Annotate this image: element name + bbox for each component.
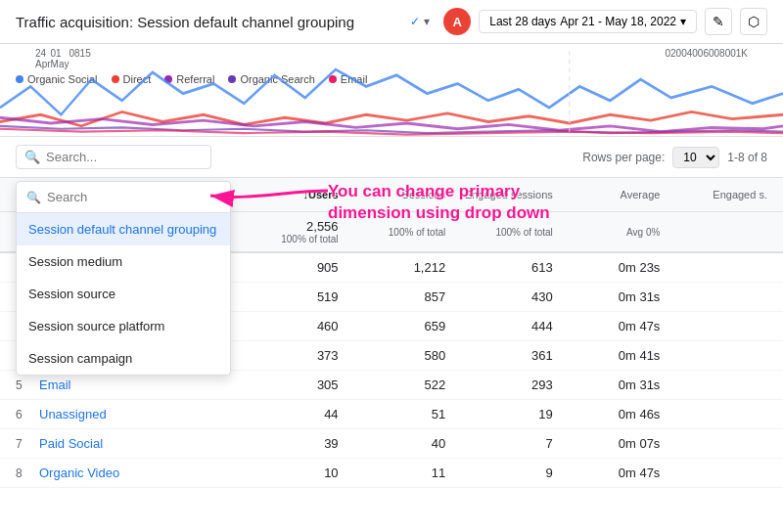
row-sessions: 1,212 bbox=[339, 260, 446, 275]
chevron-down-icon: ▾ bbox=[680, 15, 686, 28]
col-header-average[interactable]: Average bbox=[553, 189, 661, 200]
row-avg: 0m 07s bbox=[553, 436, 661, 451]
row-sessions: 522 bbox=[339, 377, 446, 392]
dropdown-search-icon: 🔍 bbox=[26, 191, 41, 204]
row-dimension[interactable]: Paid Social bbox=[39, 436, 231, 451]
totals-engaged: 100% of total bbox=[445, 227, 553, 238]
row-avg: 0m 31s bbox=[553, 289, 661, 304]
table-row: 6 Unassigned 44 51 19 0m 46s bbox=[0, 400, 783, 429]
row-users: 519 bbox=[231, 289, 339, 304]
row-engaged: 444 bbox=[445, 319, 553, 333]
row-users: 460 bbox=[231, 319, 339, 333]
col-header-engaged-s[interactable]: Engaged s. bbox=[660, 189, 767, 200]
dropdown-search-box[interactable]: 🔍 bbox=[17, 182, 230, 213]
row-users: 905 bbox=[231, 260, 339, 275]
rows-per-page-select[interactable]: 10 25 50 bbox=[672, 147, 719, 168]
row-avg: 0m 47s bbox=[553, 319, 661, 333]
table-row: 8 Organic Video 10 11 9 0m 47s bbox=[0, 459, 783, 488]
row-sessions: 857 bbox=[339, 289, 446, 304]
row-engaged: 430 bbox=[445, 289, 553, 304]
last-days-label: Last 28 days bbox=[489, 15, 556, 28]
dropdown-item[interactable]: Session source bbox=[17, 278, 230, 310]
row-sessions: 11 bbox=[339, 466, 446, 480]
dropdown-item[interactable]: Session source platform bbox=[17, 310, 230, 342]
row-engaged: 613 bbox=[445, 260, 553, 275]
totals-sessions: 100% of total bbox=[339, 227, 446, 238]
row-num: 7 bbox=[16, 437, 39, 451]
row-sessions: 51 bbox=[339, 407, 446, 421]
search-input[interactable] bbox=[46, 150, 193, 164]
row-avg: 0m 31s bbox=[553, 377, 661, 392]
row-engaged: 19 bbox=[445, 407, 553, 421]
table-row: 7 Paid Social 39 40 7 0m 07s bbox=[0, 429, 783, 459]
dropdown-items-container: Session default channel groupingSession … bbox=[17, 213, 230, 375]
row-dimension[interactable]: Email bbox=[39, 377, 231, 392]
page-title: Traffic acquisition: Session default cha… bbox=[16, 14, 402, 30]
row-users: 10 bbox=[231, 466, 339, 480]
dropdown-item[interactable]: Session default channel grouping bbox=[17, 213, 230, 245]
row-dimension[interactable]: Organic Video bbox=[39, 466, 231, 480]
date-range-button[interactable]: Last 28 days Apr 21 - May 18, 2022 ▾ bbox=[479, 10, 697, 33]
search-box[interactable]: 🔍 bbox=[16, 145, 211, 169]
col-header-users[interactable]: ↓Users bbox=[231, 189, 339, 200]
row-avg: 0m 41s bbox=[553, 348, 661, 363]
edit-icon[interactable]: ✎ bbox=[705, 8, 732, 35]
row-avg: 0m 47s bbox=[553, 466, 661, 480]
row-engaged: 9 bbox=[445, 466, 553, 480]
share-icon[interactable]: ⬡ bbox=[740, 8, 767, 35]
check-icon: ✓ bbox=[410, 15, 420, 28]
row-users: 373 bbox=[231, 348, 339, 363]
row-num: 6 bbox=[16, 408, 39, 421]
row-num: 5 bbox=[16, 378, 39, 392]
search-icon: 🔍 bbox=[24, 150, 40, 164]
row-sessions: 580 bbox=[339, 348, 446, 363]
chart-svg bbox=[0, 44, 783, 136]
dropdown-arrow-icon[interactable]: ▾ bbox=[424, 15, 430, 28]
rows-per-page-label: Rows per page: bbox=[582, 151, 665, 164]
row-sessions: 659 bbox=[339, 319, 446, 333]
dropdown-item[interactable]: Session campaign bbox=[17, 342, 230, 375]
totals-users: 2,556 100% of total bbox=[231, 219, 339, 244]
row-users: 39 bbox=[231, 436, 339, 451]
toolbar: 🔍 Rows per page: 10 25 50 1-8 of 8 bbox=[0, 137, 783, 178]
row-avg: 0m 46s bbox=[553, 407, 661, 421]
rows-info: Rows per page: 10 25 50 1-8 of 8 bbox=[582, 147, 767, 168]
row-avg: 0m 23s bbox=[553, 260, 661, 275]
date-range-value: Apr 21 - May 18, 2022 bbox=[560, 15, 676, 28]
dropdown-search-input[interactable] bbox=[47, 190, 204, 204]
row-dimension[interactable]: Unassigned bbox=[39, 407, 231, 421]
row-users: 305 bbox=[231, 377, 339, 392]
row-engaged: 361 bbox=[445, 348, 553, 363]
row-sessions: 40 bbox=[339, 436, 446, 451]
chart-area: 24Apr 01May 08 15 0 200 400 600 800 1K O… bbox=[0, 44, 783, 137]
row-engaged: 293 bbox=[445, 377, 553, 392]
col-header-engaged-sessions[interactable]: Engaged sessions bbox=[445, 189, 553, 200]
avatar: A bbox=[443, 8, 471, 35]
dropdown-item[interactable]: Session medium bbox=[17, 245, 230, 278]
page-header: Traffic acquisition: Session default cha… bbox=[0, 0, 783, 44]
row-engaged: 7 bbox=[445, 436, 553, 451]
totals-avg: Avg 0% bbox=[553, 227, 661, 238]
col-header-sessions[interactable]: Sessions bbox=[339, 189, 446, 200]
rows-range-label: 1-8 of 8 bbox=[727, 151, 767, 164]
row-users: 44 bbox=[231, 407, 339, 421]
status-badge: ✓ ▾ bbox=[410, 15, 430, 28]
row-num: 8 bbox=[16, 466, 39, 480]
dimension-dropdown: 🔍 Session default channel groupingSessio… bbox=[16, 181, 231, 376]
